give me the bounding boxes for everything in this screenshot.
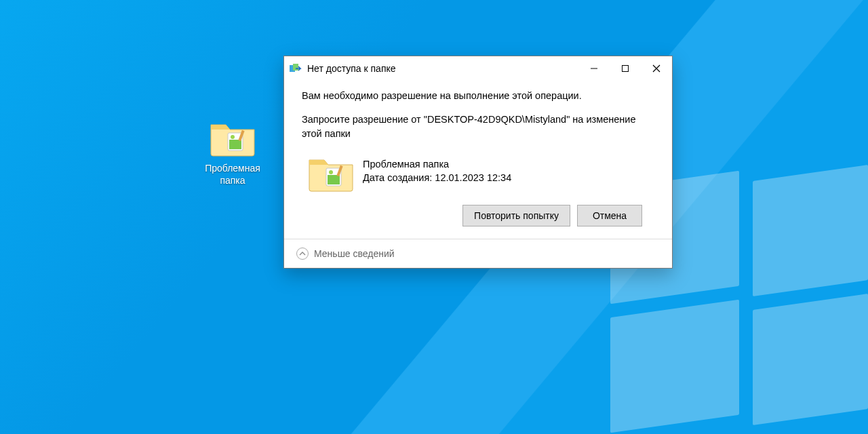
svg-point-12 <box>329 170 333 174</box>
permission-dialog: Нет доступа к папке Вам необходимо разре… <box>283 56 673 269</box>
folder-icon <box>307 153 352 193</box>
svg-rect-5 <box>293 64 298 71</box>
maximize-button[interactable] <box>610 58 641 79</box>
dialog-folder-created: Дата создания: 12.01.2023 12:34 <box>363 171 511 184</box>
dialog-folder-info: Проблемная папка Дата создания: 12.01.20… <box>302 151 654 205</box>
desktop-folder-icon[interactable]: Проблемная папка <box>201 118 264 186</box>
close-button[interactable] <box>641 58 672 79</box>
dialog-app-icon <box>290 62 302 75</box>
svg-rect-7 <box>623 66 629 72</box>
desktop: Проблемная папка Нет доступа к папке <box>0 0 868 434</box>
cancel-button[interactable]: Отмена <box>577 205 642 226</box>
folder-icon <box>209 118 256 159</box>
svg-point-2 <box>231 135 235 139</box>
chevron-up-icon <box>296 248 309 260</box>
less-details-label: Меньше сведений <box>314 248 395 259</box>
dialog-folder-name: Проблемная папка <box>363 157 511 171</box>
minimize-button[interactable] <box>578 58 610 79</box>
svg-rect-11 <box>328 175 340 184</box>
less-details-toggle[interactable]: Меньше сведений <box>284 239 672 268</box>
dialog-title: Нет доступа к папке <box>307 63 396 74</box>
dialog-instruction: Запросите разрешение от "DESKTOP-42D9QKD… <box>302 113 654 141</box>
retry-button[interactable]: Повторить попытку <box>462 205 570 226</box>
dialog-message: Вам необходимо разрешение на выполнение … <box>302 89 654 103</box>
desktop-folder-label: Проблемная папка <box>201 163 264 186</box>
svg-rect-1 <box>229 140 241 149</box>
dialog-titlebar[interactable]: Нет доступа к папке <box>284 56 672 81</box>
